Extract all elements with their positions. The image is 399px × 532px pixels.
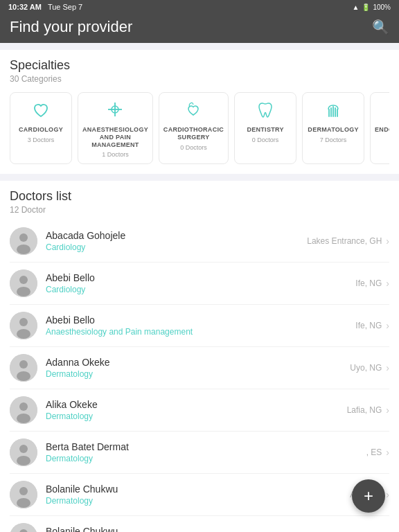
doctor-avatar [10,523,37,532]
svg-point-16 [19,402,28,411]
doctor-specialty: Anaesthesiology and Pain management [46,327,355,337]
dermatology-icon [307,100,360,122]
doctor-name: Abebi Bello [46,314,355,326]
cardiology-icon [15,100,67,122]
doctor-name: Abacada Gohojele [46,230,307,241]
svg-point-7 [19,276,28,284]
cardiology-name: CARDIOLOGY [15,126,67,134]
specialty-card-cardiothoracic[interactable]: CARDIOTHORACIC SURGERY 0 Doctors [159,92,229,164]
doctor-info: Berta Batet Dermat Dermatology [46,441,366,463]
doctor-info: Adanna Okeke Dermatology [46,357,350,379]
svg-point-8 [17,287,30,296]
dentistry-count: 0 Doctors [239,136,292,143]
svg-point-23 [17,498,30,508]
specialty-card-cardiology[interactable]: CARDIOLOGY 3 Doctors [10,92,72,164]
doctor-list-item[interactable]: Abacada Gohojele Cardiology Lakes Entran… [10,220,389,263]
chevron-right-icon: › [386,447,389,458]
doctor-info: Abacada Gohojele Cardiology [46,230,307,252]
doctor-info: Bolanile Chukwu Psychology/Allied health [46,526,350,532]
status-time-date: 10:32 AM Tue Sep 7 [8,3,82,11]
app-header: Find your provider 🔍 [0,14,399,43]
doctor-list-item[interactable]: Alika Okeke Dermatology Lafia, NG › [10,389,389,432]
cardiology-count: 3 Doctors [15,136,67,143]
status-date: Tue Sep 7 [48,3,82,11]
status-bar: 10:32 AM Tue Sep 7 ▲ 🔋 100% [0,0,399,14]
chevron-right-icon: › [386,362,389,373]
svg-point-14 [17,371,30,381]
status-time: 10:32 AM [8,3,42,11]
doctor-location: Uyo, NG [350,363,382,373]
doctor-specialty: Dermatology [46,411,347,421]
chevron-right-icon: › [386,320,389,331]
doctor-specialty: Dermatology [46,496,350,506]
doctor-avatar [10,269,37,297]
doctor-list-item[interactable]: Adanna Okeke Dermatology Uyo, NG › [10,347,389,389]
main-content: Specialties 30 Categories CARDIOLOGY 3 D… [0,50,399,532]
doctor-location: Ife, NG [355,278,382,288]
doctors-list: Abacada Gohojele Cardiology Lakes Entran… [10,220,389,532]
anaesthesiology-count: 1 Doctors [82,151,148,158]
fab-button[interactable]: + [352,479,385,513]
wifi-icon: ▲ [353,3,360,11]
doctor-name: Alika Okeke [46,399,347,410]
doctor-info: Abebi Bello Anaesthesiology and Pain man… [46,314,355,337]
doctor-specialty: Cardiology [46,285,355,294]
doctor-list-item[interactable]: Abebi Bello Cardiology Ife, NG › [10,263,389,305]
svg-point-17 [17,414,30,423]
cardiothoracic-name: CARDIOTHORACIC SURGERY [163,126,224,141]
doctor-location: Lafia, NG [347,405,382,415]
doctor-list-item[interactable]: Bolanile Chukwu Psychology/Allied health… [10,516,389,532]
doctor-list-item[interactable]: Abebi Bello Anaesthesiology and Pain man… [10,305,389,347]
endocrinology-count: 0 Doctors [375,136,389,143]
doctor-avatar [10,396,37,424]
doctor-name: Abebi Bello [46,272,355,283]
dermatology-count: 7 Doctors [307,136,360,143]
specialty-card-endocrinology[interactable]: ENDOCRINOLOGY 0 Doctors [370,92,389,164]
svg-point-20 [17,456,30,466]
doctor-info: Abebi Bello Cardiology [46,272,355,294]
svg-point-13 [19,360,28,369]
specialties-subtitle: 30 Categories [10,74,389,84]
specialty-card-dermatology[interactable]: DERMATOLOGY 7 Doctors [302,92,364,164]
svg-point-4 [19,233,28,242]
specialty-card-anaesthesiology[interactable]: ANAESTHESIOLOGY AND PAIN MANAGEMENT 1 Do… [78,92,153,164]
search-icon[interactable]: 🔍 [372,19,389,35]
chevron-right-icon: › [386,278,389,289]
dentistry-name: DENTISTRY [239,126,292,134]
anaesthesiology-icon [82,100,148,122]
specialties-section: Specialties 30 Categories CARDIOLOGY 3 D… [0,50,399,174]
doctors-section: Doctors list 12 Doctor Abacada Gohojele … [0,181,399,532]
fab-icon: + [364,486,373,506]
svg-point-11 [17,329,30,339]
anaesthesiology-name: ANAESTHESIOLOGY AND PAIN MANAGEMENT [82,126,148,148]
specialties-list[interactable]: CARDIOLOGY 3 Doctors ANAESTHESIOLOGY AND… [10,92,389,164]
doctor-avatar [10,227,37,255]
doctor-name: Bolanile Chukwu [46,484,350,495]
dermatology-name: DERMATOLOGY [307,126,360,134]
doctors-count: 12 Doctor [10,205,389,215]
endocrinology-name: ENDOCRINOLOGY [375,126,389,134]
doctor-specialty: Cardiology [46,242,307,252]
doctor-list-item[interactable]: Bolanile Chukwu Dermatology Aba, NG › [10,474,389,516]
doctor-name: Bolanile Chukwu [46,526,350,532]
battery-percent: 100% [373,3,391,11]
doctor-specialty: Dermatology [46,369,350,379]
doctor-info: Bolanile Chukwu Dermatology [46,484,350,506]
specialty-card-dentistry[interactable]: DENTISTRY 0 Doctors [234,92,296,164]
endocrinology-icon [375,100,389,122]
doctor-location: Ife, NG [355,321,382,330]
dentistry-icon [239,100,292,122]
doctor-location: Lakes Entrance, GH [307,236,382,246]
doctor-avatar [10,438,37,466]
doctor-info: Alika Okeke Dermatology [46,399,347,421]
page-title: Find your provider [10,18,132,36]
doctor-list-item[interactable]: Berta Batet Dermat Dermatology , ES › [10,432,389,474]
doctor-avatar [10,354,37,382]
battery-icon: 🔋 [362,3,370,11]
svg-point-5 [17,245,30,254]
doctor-location: , ES [366,447,382,457]
doctor-name: Berta Batet Dermat [46,441,366,452]
cardiothoracic-count: 0 Doctors [163,144,224,151]
svg-point-10 [19,318,28,326]
doctor-name: Adanna Okeke [46,357,350,368]
